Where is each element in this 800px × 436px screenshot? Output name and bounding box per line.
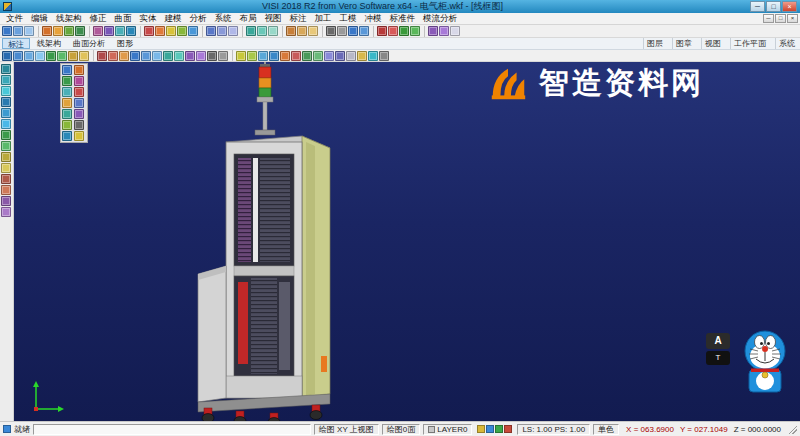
toolbar-icon[interactable] [246,26,256,36]
toolbar-icon[interactable] [257,26,267,36]
status-view-label[interactable]: 绘图 XY 上视图 [314,424,379,435]
toolbar-icon[interactable] [119,51,129,61]
toolbar-icon[interactable] [1,64,11,74]
toolbar-icon[interactable] [174,51,184,61]
toolbar-icon[interactable] [258,51,268,61]
toolbar-icon[interactable] [504,425,512,433]
toolbar-icon[interactable] [236,51,246,61]
toolbar-icon[interactable] [439,26,449,36]
toolbar-icon[interactable] [335,51,345,61]
toolbar-icon[interactable] [1,86,11,96]
child-restore-button[interactable]: □ [775,14,786,23]
menu-item[interactable]: 系统 [211,13,236,25]
menu-item[interactable]: 布局 [236,13,261,25]
toolbar-icon[interactable] [450,26,460,36]
toolbar-icon[interactable] [217,26,227,36]
toolbar-icon[interactable] [495,425,503,433]
toolbar-icon[interactable] [62,87,72,97]
menu-item[interactable]: 线架构 [52,13,86,25]
toolbar-icon[interactable] [291,51,301,61]
toolbar-icon[interactable] [62,65,72,75]
menu-item[interactable]: 修正 [86,13,111,25]
toolbar-icon[interactable] [1,174,11,184]
menu-item[interactable]: 冲模 [361,13,386,25]
child-minimize-button[interactable]: ─ [763,14,774,23]
toolbar-icon[interactable] [64,26,74,36]
toolbar-icon[interactable] [42,26,52,36]
toolbar-icon[interactable] [74,65,84,75]
widget-t-button[interactable]: T [706,351,730,365]
menu-item[interactable]: 分析 [186,13,211,25]
toolbar-icon[interactable] [74,131,84,141]
menu-item[interactable]: 实体 [136,13,161,25]
menu-item[interactable]: 曲面 [111,13,136,25]
toolbar-icon[interactable] [74,109,84,119]
toolbar-icon[interactable] [247,51,257,61]
toolbar-icon[interactable] [268,26,278,36]
toolbar-icon[interactable] [1,196,11,206]
maximize-button[interactable]: □ [766,1,781,12]
status-plane-label[interactable]: 绘图0面 [382,424,420,435]
toolbar-icon[interactable] [141,51,151,61]
toolbar-icon[interactable] [24,51,34,61]
ribbon-group-label[interactable]: 工作平面 [730,38,769,49]
toolbar-icon[interactable] [68,51,78,61]
menu-item[interactable]: 视图 [261,13,286,25]
toolbar-icon[interactable] [74,87,84,97]
toolbar-icon[interactable] [302,51,312,61]
ribbon-group-label[interactable]: 视图 [701,38,724,49]
minimize-button[interactable]: ─ [750,1,765,12]
toolbar-icon[interactable] [46,51,56,61]
ribbon-group-label[interactable]: 图层 [643,38,666,49]
toolbar-icon[interactable] [337,26,347,36]
toolbar-icon[interactable] [1,163,11,173]
toolbar-icon[interactable] [1,130,11,140]
viewport-3d[interactable]: 智造资料网 [14,62,800,421]
toolbar-icon[interactable] [218,51,228,61]
ribbon-group-label[interactable]: 系统 [775,38,798,49]
toolbar-icon[interactable] [377,26,387,36]
toolbar-icon[interactable] [62,109,72,119]
toolbar-icon[interactable] [115,26,125,36]
menu-item[interactable]: 模流分析 [419,13,461,25]
toolbar-icon[interactable] [1,119,11,129]
toolbar-icon[interactable] [97,51,107,61]
ribbon-tab[interactable]: 标注 [2,38,30,49]
menu-item[interactable]: 标注 [286,13,311,25]
toolbar-icon[interactable] [163,51,173,61]
toolbar-icon[interactable] [2,51,12,61]
toolbar-icon[interactable] [53,26,63,36]
toolbar-icon[interactable] [1,108,11,118]
toolbar-icon[interactable] [348,26,358,36]
toolbar-icon[interactable] [388,26,398,36]
toolbar-icon[interactable] [477,425,485,433]
toolbar-icon[interactable] [74,120,84,130]
toolbar-icon[interactable] [280,51,290,61]
toolbar-icon[interactable] [359,26,369,36]
command-input[interactable] [33,424,311,435]
toolbar-icon[interactable] [75,26,85,36]
toolbar-icon[interactable] [152,51,162,61]
resize-grip[interactable] [788,425,797,434]
toolbar-icon[interactable] [13,51,23,61]
status-scale-label[interactable]: LS: 1.00 PS: 1.00 [517,424,590,435]
toolbar-icon[interactable] [297,26,307,36]
toolbar-icon[interactable] [399,26,409,36]
toolbar-icon[interactable] [346,51,356,61]
menu-item[interactable]: 标准件 [386,13,420,25]
toolbar-icon[interactable] [104,26,114,36]
menu-item[interactable]: 编辑 [27,13,52,25]
toolbar-icon[interactable] [286,26,296,36]
toolbar-icon[interactable] [155,26,165,36]
toolbar-icon[interactable] [428,26,438,36]
toolbar-icon[interactable] [368,51,378,61]
toolbar-icon[interactable] [1,152,11,162]
toolbar-icon[interactable] [308,26,318,36]
toolbar-icon[interactable] [324,51,334,61]
toolbar-icon[interactable] [1,207,11,217]
menu-item[interactable]: 文件 [2,13,27,25]
toolbar-icon[interactable] [35,51,45,61]
toolbar-icon[interactable] [108,51,118,61]
toolbar-icon[interactable] [93,26,103,36]
toolbar-icon[interactable] [62,76,72,86]
